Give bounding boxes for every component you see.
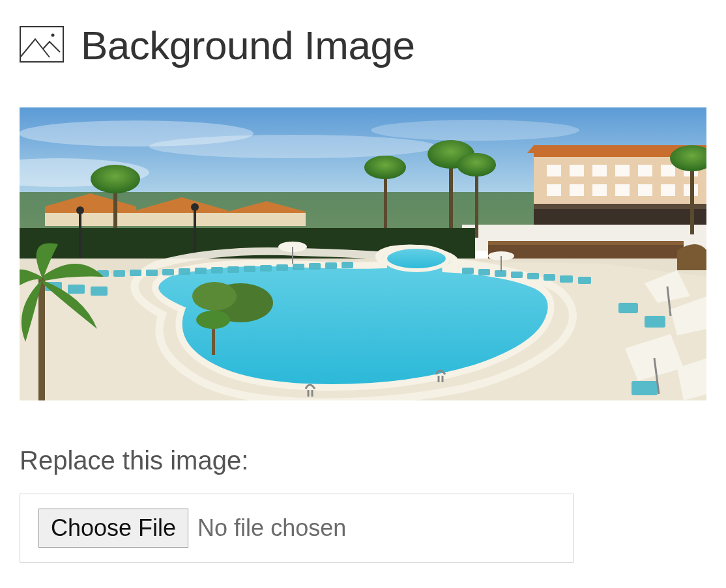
svg-rect-82 bbox=[645, 316, 665, 328]
svg-rect-64 bbox=[260, 265, 272, 272]
svg-rect-73 bbox=[511, 272, 523, 278]
svg-rect-57 bbox=[146, 270, 158, 276]
svg-rect-62 bbox=[227, 266, 239, 273]
svg-rect-0 bbox=[20, 27, 63, 62]
svg-rect-38 bbox=[449, 160, 453, 238]
svg-rect-16 bbox=[661, 165, 675, 176]
svg-rect-59 bbox=[179, 268, 190, 275]
svg-rect-61 bbox=[211, 267, 223, 273]
svg-rect-69 bbox=[341, 262, 353, 268]
svg-point-1 bbox=[51, 33, 55, 36]
svg-rect-15 bbox=[638, 165, 652, 176]
svg-rect-42 bbox=[690, 163, 694, 234]
svg-rect-13 bbox=[592, 165, 607, 176]
svg-rect-63 bbox=[244, 266, 255, 272]
svg-rect-65 bbox=[276, 264, 288, 271]
svg-rect-80 bbox=[91, 287, 108, 296]
svg-rect-83 bbox=[632, 381, 658, 395]
svg-rect-77 bbox=[578, 277, 591, 284]
svg-rect-29 bbox=[488, 241, 684, 245]
svg-rect-81 bbox=[618, 303, 638, 313]
svg-rect-55 bbox=[113, 270, 125, 277]
svg-rect-23 bbox=[661, 184, 675, 196]
svg-rect-21 bbox=[615, 184, 630, 196]
svg-rect-67 bbox=[309, 263, 321, 270]
svg-point-4 bbox=[149, 135, 436, 158]
svg-rect-68 bbox=[325, 262, 337, 269]
section-title: Background Image bbox=[81, 22, 414, 68]
svg-rect-60 bbox=[195, 268, 207, 274]
svg-point-37 bbox=[364, 156, 406, 179]
svg-rect-56 bbox=[130, 270, 141, 276]
svg-rect-40 bbox=[475, 169, 478, 238]
svg-point-5 bbox=[371, 120, 579, 141]
svg-rect-20 bbox=[592, 184, 607, 196]
svg-rect-79 bbox=[68, 285, 85, 294]
file-status-text: No file chosen bbox=[197, 514, 346, 542]
svg-point-96 bbox=[192, 282, 237, 311]
svg-rect-75 bbox=[544, 274, 555, 281]
svg-rect-94 bbox=[38, 277, 45, 400]
replace-image-label: Replace this image: bbox=[20, 446, 706, 475]
svg-rect-71 bbox=[478, 269, 490, 275]
svg-rect-66 bbox=[293, 264, 304, 270]
svg-rect-74 bbox=[527, 273, 539, 279]
svg-rect-11 bbox=[547, 165, 561, 176]
svg-point-98 bbox=[196, 311, 230, 329]
image-icon bbox=[20, 26, 64, 65]
svg-rect-76 bbox=[560, 275, 573, 283]
background-image-preview bbox=[20, 107, 706, 400]
svg-point-49 bbox=[191, 203, 199, 211]
svg-rect-70 bbox=[462, 268, 474, 274]
svg-point-35 bbox=[91, 165, 140, 193]
file-input[interactable]: Choose File No file chosen bbox=[20, 494, 574, 563]
svg-rect-14 bbox=[615, 165, 630, 176]
svg-point-41 bbox=[457, 153, 496, 176]
svg-rect-18 bbox=[547, 184, 561, 196]
svg-rect-33 bbox=[45, 213, 306, 226]
svg-point-47 bbox=[76, 206, 84, 214]
section-header: Background Image bbox=[20, 22, 706, 68]
svg-rect-19 bbox=[570, 184, 584, 196]
choose-file-button[interactable]: Choose File bbox=[38, 509, 188, 548]
svg-rect-58 bbox=[162, 269, 174, 275]
svg-rect-25 bbox=[534, 204, 706, 209]
svg-rect-22 bbox=[638, 184, 652, 196]
svg-rect-12 bbox=[570, 165, 584, 176]
